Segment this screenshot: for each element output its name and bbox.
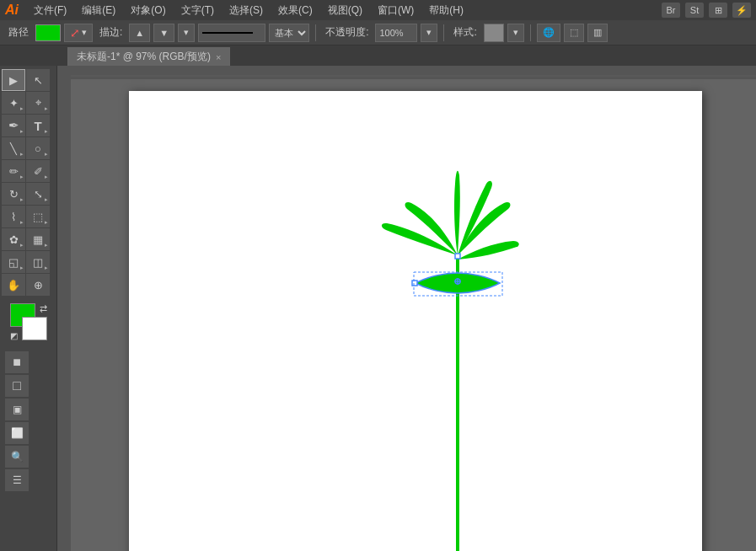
settings-icon[interactable]: ⚡	[732, 3, 751, 18]
menu-view[interactable]: 视图(Q)	[321, 2, 369, 19]
default-colors-icon[interactable]: ◩	[10, 331, 18, 340]
stroke-style-select[interactable]: 基本	[269, 24, 309, 42]
title-right-icons: Br St ⊞ ⚡	[662, 3, 751, 18]
svg-rect-2	[57, 66, 71, 551]
sidebar-bottom-tools: ■ □ ▣ ⬜ 🔍 ☰	[2, 348, 55, 495]
opacity-chevron-btn[interactable]: ▾	[421, 24, 437, 42]
artwork-canvas	[129, 91, 702, 551]
arrange-btn[interactable]: ▥	[587, 24, 608, 42]
workspace-icon[interactable]: ⊞	[709, 3, 727, 18]
swap-colors-icon[interactable]: ⇄	[40, 303, 47, 314]
tool-row-9: ◱ ▸ ◫ ▸	[2, 251, 55, 273]
tab-close-button[interactable]: ×	[216, 52, 221, 62]
panel-toggle-btn[interactable]: ☰	[5, 469, 29, 491]
tool-row-6: ↻ ▸ ⤡ ▸	[2, 183, 55, 205]
canvas-area[interactable]	[57, 66, 756, 551]
line-tool[interactable]: ╲ ▸	[2, 137, 25, 159]
tool-row-7: ⌇ ▸ ⬚ ▸	[2, 206, 55, 227]
magic-wand-tool[interactable]: ✦ ▸	[2, 92, 25, 114]
toolbox: ▶ ↖ ✦ ▸ ⌖ ▸ ✒ ▸ T ▸	[0, 66, 57, 551]
zoom-in-btn[interactable]: 🔍	[5, 446, 29, 468]
app-logo: Ai	[5, 3, 19, 18]
svg-rect-7	[412, 281, 417, 286]
stroke-chevron-icon: ▾	[82, 27, 87, 38]
artboard[interactable]	[129, 91, 702, 551]
hand-tool[interactable]: ✋	[2, 274, 25, 296]
style-chevron-btn[interactable]: ▾	[507, 24, 524, 42]
stroke-arrow-btn[interactable]: ⤢ ▾	[64, 24, 93, 42]
selection-tool[interactable]: ▶	[2, 69, 25, 91]
color-section: ⇄ ◩	[2, 300, 55, 344]
stock-icon[interactable]: St	[685, 3, 704, 18]
title-bar: Ai 文件(F) 编辑(E) 对象(O) 文字(T) 选择(S) 效果(C) 视…	[0, 0, 756, 20]
tool-row-5: ✏ ▸ ✐ ▸	[2, 160, 55, 182]
options-toolbar: 路径 ⤢ ▾ 描边: ▲ ▼ ▾ 基本 不透明度: 100% ▾ 样式: ▾ 🌐…	[0, 20, 756, 45]
tool-row-8: ✿ ▸ ▦ ▸	[2, 228, 55, 250]
tab-bar: 未标题-1* @ 97% (RGB/预览) ×	[0, 45, 756, 66]
tool-row-1: ▶ ↖	[2, 69, 55, 91]
paintbrush-tool[interactable]: ✏ ▸	[2, 160, 25, 182]
opacity-input[interactable]: 100%	[375, 24, 417, 42]
menu-file[interactable]: 文件(F)	[27, 2, 73, 19]
document-tab[interactable]: 未标题-1* @ 97% (RGB/预览) ×	[67, 47, 230, 66]
stroke-select-btn[interactable]: ▾	[178, 24, 195, 42]
zoom-tool[interactable]: ⊕	[26, 274, 50, 296]
style-label: 样式:	[450, 25, 480, 40]
scale-tool[interactable]: ⤡ ▸	[26, 183, 50, 205]
fill-none-btn[interactable]: ■	[5, 351, 29, 373]
path-label: 路径	[5, 25, 32, 40]
mask-btn[interactable]: ⬚	[564, 24, 584, 42]
tool-row-4: ╲ ▸ ○ ▸	[2, 137, 55, 159]
tool-row-10: ✋ ⊕	[2, 274, 55, 296]
stroke-line-display	[198, 24, 265, 42]
style-box[interactable]	[484, 24, 504, 42]
menu-window[interactable]: 窗口(W)	[371, 2, 421, 19]
menu-effect[interactable]: 效果(C)	[271, 2, 319, 19]
menu-object[interactable]: 对象(O)	[124, 2, 172, 19]
ruler-horizontal	[57, 66, 756, 79]
artboard-tool[interactable]: ◱ ▸	[2, 251, 25, 273]
ruler-vertical	[57, 66, 71, 551]
graph-tool[interactable]: ▦ ▸	[26, 228, 50, 250]
tool-row-2: ✦ ▸ ⌖ ▸	[2, 92, 55, 114]
menu-text[interactable]: 文字(T)	[174, 2, 221, 19]
tool-row-3: ✒ ▸ T ▸	[2, 115, 55, 136]
svg-rect-8	[455, 254, 460, 259]
document-area	[74, 83, 756, 551]
bridge-icon[interactable]: Br	[662, 3, 680, 18]
tab-title: 未标题-1* @ 97% (RGB/预览)	[77, 50, 211, 64]
rotate-tool[interactable]: ↻ ▸	[2, 183, 25, 205]
stroke-down-btn[interactable]: ▼	[153, 24, 174, 42]
opacity-label: 不透明度:	[322, 25, 372, 40]
pencil-tool[interactable]: ✐ ▸	[26, 160, 50, 182]
earth-btn[interactable]: 🌐	[537, 24, 560, 42]
type-tool[interactable]: T ▸	[26, 115, 50, 136]
stroke-arrow-icon: ⤢	[70, 26, 80, 40]
svg-rect-0	[57, 66, 756, 79]
pen-tool[interactable]: ✒ ▸	[2, 115, 25, 136]
slice-tool[interactable]: ◫ ▸	[26, 251, 50, 273]
symbol-tool[interactable]: ✿ ▸	[2, 228, 25, 250]
menu-bar: 文件(F) 编辑(E) 对象(O) 文字(T) 选择(S) 效果(C) 视图(Q…	[27, 2, 662, 19]
menu-edit[interactable]: 编辑(E)	[75, 2, 122, 19]
shape-tool[interactable]: ○ ▸	[26, 137, 50, 159]
free-transform-tool[interactable]: ⬚ ▸	[26, 206, 50, 227]
fill-color-box[interactable]	[35, 24, 61, 41]
menu-select[interactable]: 选择(S)	[223, 2, 270, 19]
color-selector: ⇄ ◩	[10, 303, 47, 340]
lasso-tool[interactable]: ⌖ ▸	[26, 92, 50, 114]
background-color[interactable]	[22, 317, 47, 340]
direct-selection-tool[interactable]: ↖	[26, 69, 50, 91]
stroke-none-btn[interactable]: □	[5, 375, 29, 397]
warp-tool[interactable]: ⌇ ▸	[2, 206, 25, 227]
main-content: ▶ ↖ ✦ ▸ ⌖ ▸ ✒ ▸ T ▸	[0, 66, 756, 551]
stroke-label: 描边:	[96, 25, 126, 40]
gradient-btn[interactable]: ▣	[5, 399, 29, 420]
menu-help[interactable]: 帮助(H)	[422, 2, 470, 19]
stroke-up-btn[interactable]: ▲	[129, 24, 150, 42]
screen-mode-btn[interactable]: ⬜	[5, 422, 29, 444]
